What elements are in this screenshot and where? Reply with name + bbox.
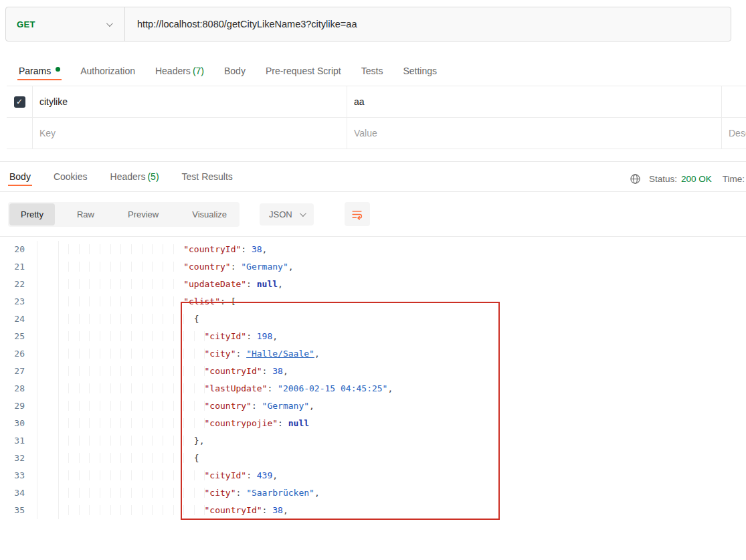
- tab-settings[interactable]: Settings: [401, 66, 438, 86]
- btn-visualize[interactable]: Visualize: [181, 203, 238, 225]
- params-table: ✓ citylike aa Key Value Description: [7, 86, 746, 149]
- code-text: "country": "Germany",: [59, 258, 294, 276]
- code-text: {: [59, 310, 199, 328]
- headers-count: (7): [193, 66, 204, 76]
- line-number: 26: [0, 345, 37, 363]
- fold-gutter: [37, 241, 59, 258]
- code-text: {: [59, 450, 199, 467]
- tab-test-results[interactable]: Test Results: [181, 171, 234, 191]
- tab-label: Cookies: [54, 171, 88, 182]
- token-pun: :: [241, 244, 252, 254]
- response-meta: Status: 200 OK Time:: [630, 173, 746, 191]
- line-number: 24: [0, 310, 37, 328]
- line-number: 33: [0, 467, 37, 484]
- wrap-lines-icon: [351, 208, 363, 221]
- param-description-placeholder[interactable]: Description: [721, 118, 746, 149]
- line-number: 27: [0, 363, 37, 380]
- code-text: "updateDate": null,: [59, 276, 283, 293]
- param-key-field[interactable]: citylike: [32, 86, 347, 117]
- line-number: 22: [0, 276, 37, 293]
- format-label: JSON: [269, 209, 292, 219]
- code-line: 20 "countryId": 38,: [0, 241, 746, 258]
- btn-pretty[interactable]: Pretty: [9, 203, 55, 225]
- line-number: 23: [0, 293, 37, 310]
- annotation-rectangle: [181, 302, 500, 520]
- code-text: "countryId": 38,: [59, 241, 267, 258]
- time-label: Time:: [723, 174, 745, 184]
- token-key: "country": [183, 262, 230, 272]
- line-number: 32: [0, 450, 37, 467]
- indent-whitespace: [68, 314, 194, 324]
- tab-body[interactable]: Body: [223, 66, 247, 86]
- tab-label: Test Results: [182, 171, 233, 182]
- token-str: "Germany": [241, 262, 288, 272]
- tab-params[interactable]: Params: [17, 66, 62, 86]
- line-number: 29: [0, 397, 37, 415]
- tab-headers[interactable]: Headers(7): [154, 66, 205, 86]
- code-line: 22 "updateDate": null,: [0, 276, 746, 293]
- fold-gutter: [37, 363, 59, 380]
- tab-tests[interactable]: Tests: [360, 66, 385, 86]
- param-value-placeholder[interactable]: Value: [347, 118, 721, 149]
- token-num: 38: [252, 244, 262, 254]
- tab-label: Headers: [110, 171, 146, 182]
- response-headers-count: (5): [147, 171, 159, 182]
- param-key-placeholder[interactable]: Key: [32, 118, 347, 149]
- token-kw: null: [257, 279, 278, 289]
- line-number: 25: [0, 328, 37, 345]
- token-pun: :: [231, 262, 242, 272]
- btn-raw[interactable]: Raw: [66, 203, 106, 225]
- line-number: 34: [0, 484, 37, 502]
- tab-authorization[interactable]: Authorization: [79, 66, 136, 86]
- indent-whitespace: [68, 279, 183, 289]
- token-key: "updateDate": [183, 279, 246, 289]
- fold-gutter: [37, 276, 59, 293]
- indent-whitespace: [68, 453, 194, 463]
- param-row: ✓ citylike aa: [7, 86, 746, 118]
- status-value: 200 OK: [681, 174, 712, 184]
- fold-gutter: [37, 293, 59, 310]
- param-description-field[interactable]: [721, 86, 746, 117]
- param-value-field[interactable]: aa: [347, 86, 721, 117]
- fold-gutter: [37, 432, 59, 450]
- fold-gutter: [37, 380, 59, 397]
- line-number: 28: [0, 380, 37, 397]
- chevron-down-icon: [300, 210, 306, 217]
- token-key: "countryId": [183, 244, 241, 254]
- checkbox-checked-icon[interactable]: ✓: [14, 96, 25, 108]
- method-label: GET: [17, 19, 35, 29]
- method-selector[interactable]: GET: [6, 7, 125, 41]
- tab-label: Tests: [361, 66, 383, 76]
- tab-pre-request-script[interactable]: Pre-request Script: [264, 66, 343, 86]
- fold-gutter: [37, 258, 59, 276]
- fold-gutter: [37, 484, 59, 502]
- response-tabs: Body Cookies Headers(5) Test Results: [8, 171, 234, 191]
- fold-gutter: [37, 328, 59, 345]
- fold-gutter: [37, 450, 59, 467]
- tab-response-headers[interactable]: Headers(5): [109, 171, 161, 191]
- btn-preview[interactable]: Preview: [116, 203, 170, 225]
- fold-gutter: [37, 345, 59, 363]
- indent-whitespace: [68, 244, 183, 254]
- param-checkbox-cell: ✓: [7, 86, 32, 117]
- url-bar: GET http://localhost:8080/getCityLikeNam…: [5, 7, 731, 41]
- params-dot-icon: [56, 67, 60, 72]
- fold-gutter: [37, 467, 59, 484]
- format-dropdown[interactable]: JSON: [260, 203, 314, 225]
- globe-icon: [630, 173, 641, 185]
- tab-label: Pre-request Script: [266, 66, 341, 76]
- wrap-lines-button[interactable]: [345, 202, 370, 226]
- token-pun: ,: [288, 262, 294, 272]
- response-toolbar: Pretty Raw Preview Visualize JSON: [0, 192, 746, 236]
- tab-cookies[interactable]: Cookies: [52, 171, 89, 191]
- tab-label: Body: [224, 66, 246, 76]
- tab-label: Headers: [155, 66, 191, 76]
- line-number: 35: [0, 502, 37, 519]
- url-input[interactable]: http://localhost:8080/getCityLikeName3?c…: [125, 7, 357, 41]
- token-pun: ,: [262, 244, 268, 254]
- fold-gutter: [37, 310, 59, 328]
- line-number: 21: [0, 258, 37, 276]
- response-header: Body Cookies Headers(5) Test Results Sta…: [0, 161, 746, 192]
- indent-whitespace: [68, 296, 183, 306]
- tab-response-body[interactable]: Body: [8, 171, 32, 191]
